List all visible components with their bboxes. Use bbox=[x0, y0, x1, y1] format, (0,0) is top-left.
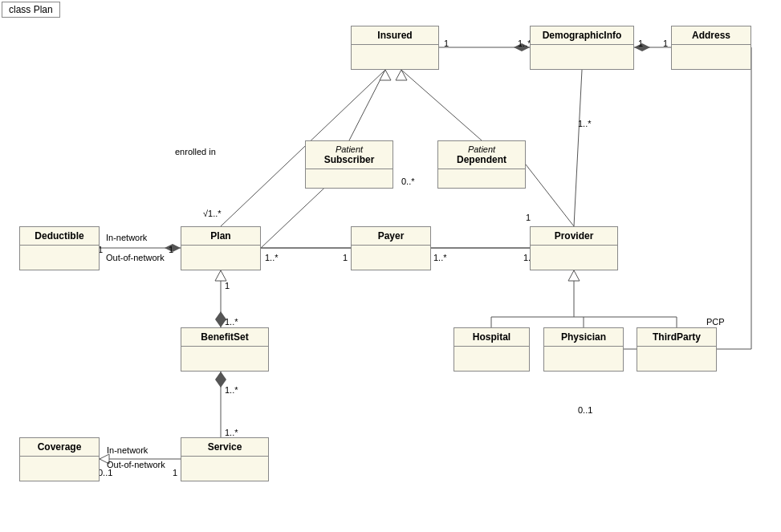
mult-coverage-bottom: 0..1 bbox=[98, 468, 112, 477]
box-benefitset-title: BenefitSet bbox=[181, 328, 268, 346]
box-thirdparty-body bbox=[637, 346, 716, 362]
mult-plan-benefitset: 1 bbox=[225, 281, 230, 290]
box-address: Address bbox=[671, 26, 751, 70]
box-deductible-body bbox=[20, 245, 99, 261]
mult-demo-provider: 1..* bbox=[578, 119, 592, 128]
label-service-out-of-network: Out-of-network bbox=[107, 460, 165, 469]
mult-benefitset-plan: 1..* bbox=[225, 317, 238, 327]
label-out-of-network: Out-of-network bbox=[106, 253, 165, 262]
box-insured-body bbox=[352, 44, 438, 60]
mult-demo-address-1: 1 bbox=[638, 39, 643, 48]
box-payer: Payer bbox=[351, 226, 431, 270]
box-dependent-title: Patient Dependent bbox=[438, 141, 525, 169]
box-benefitset: BenefitSet bbox=[181, 327, 269, 372]
box-plan-body bbox=[181, 245, 260, 261]
box-dependent: Patient Dependent bbox=[437, 140, 526, 189]
mult-plan-1: 1 bbox=[169, 245, 173, 254]
box-plan: Plan bbox=[181, 226, 261, 270]
uml-diagram: class Plan bbox=[0, 0, 781, 532]
box-physician-body bbox=[544, 346, 623, 362]
mult-benefitset-service: 1..* bbox=[225, 385, 238, 395]
box-service: Service bbox=[181, 437, 269, 481]
label-enrolled-in: enrolled in bbox=[175, 147, 216, 156]
box-service-body bbox=[181, 456, 268, 472]
box-subscriber: Patient Subscriber bbox=[305, 140, 393, 189]
svg-line-4 bbox=[349, 70, 385, 140]
svg-marker-7 bbox=[396, 70, 407, 80]
mult-payer-right: 1..* bbox=[433, 253, 447, 262]
box-deductible: Deductible bbox=[19, 226, 100, 270]
box-coverage-title: Coverage bbox=[20, 438, 99, 456]
mult-subscriber-2: 0..* bbox=[401, 177, 415, 186]
box-hospital-body bbox=[454, 346, 529, 362]
svg-line-25 bbox=[526, 164, 574, 226]
box-subscriber-title: Patient Subscriber bbox=[306, 141, 393, 169]
mult-plan-payer-1: 1..* bbox=[265, 253, 279, 262]
mult-plan-top: √1..* bbox=[203, 209, 222, 218]
mult-dependent-provider: 1 bbox=[526, 213, 531, 222]
mult-physician-bottom: 0..1 bbox=[578, 405, 592, 415]
box-address-body bbox=[672, 44, 750, 60]
svg-marker-17 bbox=[568, 270, 580, 281]
label-service-in-network: In-network bbox=[107, 445, 148, 455]
box-service-title: Service bbox=[181, 438, 268, 456]
svg-marker-27 bbox=[215, 270, 226, 281]
box-hospital-title: Hospital bbox=[454, 328, 529, 346]
mult-service-benefitset: 1..* bbox=[225, 428, 238, 437]
box-address-title: Address bbox=[672, 26, 750, 44]
box-payer-title: Payer bbox=[352, 227, 430, 245]
svg-line-33 bbox=[574, 70, 582, 226]
mult-service-bottom: 1 bbox=[173, 468, 177, 477]
box-provider: Provider bbox=[530, 226, 618, 270]
box-benefitset-body bbox=[181, 346, 268, 362]
box-physician-title: Physician bbox=[544, 328, 623, 346]
box-thirdparty: ThirdParty bbox=[637, 327, 717, 372]
box-subscriber-body bbox=[306, 169, 393, 185]
box-dependent-body bbox=[438, 169, 525, 185]
mult-insured-demo: 1 bbox=[444, 39, 449, 48]
box-hospital: Hospital bbox=[454, 327, 530, 372]
box-demographicinfo-body bbox=[531, 44, 633, 60]
label-in-network: In-network bbox=[106, 233, 147, 242]
box-coverage-body bbox=[20, 456, 99, 472]
box-coverage: Coverage bbox=[19, 437, 100, 481]
box-demographicinfo-title: DemographicInfo bbox=[531, 26, 633, 44]
svg-line-6 bbox=[401, 70, 482, 140]
label-pcp: PCP bbox=[706, 317, 725, 327]
box-dependent-stereotype: Patient bbox=[445, 144, 519, 154]
box-subscriber-stereotype: Patient bbox=[312, 144, 386, 154]
box-payer-body bbox=[352, 245, 430, 261]
box-physician: Physician bbox=[543, 327, 624, 372]
box-insured: Insured bbox=[351, 26, 439, 70]
box-insured-title: Insured bbox=[352, 26, 438, 44]
mult-address-demo: 1 bbox=[663, 39, 668, 48]
diagram-title: class Plan bbox=[2, 2, 60, 18]
box-provider-body bbox=[531, 245, 617, 261]
svg-marker-5 bbox=[380, 70, 391, 80]
box-thirdparty-title: ThirdParty bbox=[637, 328, 716, 346]
mult-payer-left: 1 bbox=[343, 253, 348, 262]
box-deductible-title: Deductible bbox=[20, 227, 99, 245]
box-plan-title: Plan bbox=[181, 227, 260, 245]
box-demographicinfo: DemographicInfo bbox=[530, 26, 634, 70]
box-provider-title: Provider bbox=[531, 227, 617, 245]
